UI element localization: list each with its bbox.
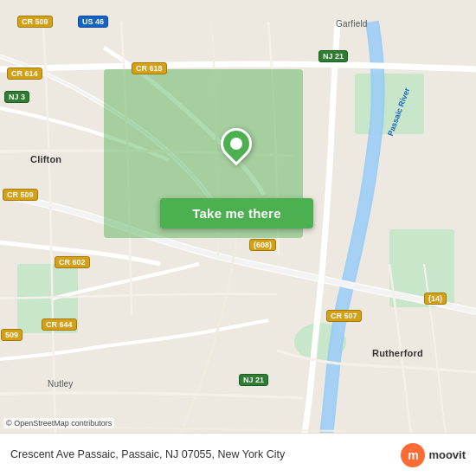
bottom-bar: Crescent Ave Passaic, Passaic, NJ 07055,… (0, 433, 476, 476)
take-me-there-button[interactable]: Take me there (160, 198, 313, 228)
osm-attribution: © OpenStreetMap contributors (3, 418, 114, 428)
moovit-icon: m (401, 443, 425, 467)
moovit-text: moovit (428, 448, 466, 461)
map-container: CR 509 US 46 NJ 3 CR 614 CR 618 NJ 21 CR… (0, 0, 476, 476)
pin-head (215, 122, 259, 166)
location-pin (221, 128, 252, 166)
moovit-logo: m moovit (401, 443, 466, 467)
osm-attribution-text: © OpenStreetMap contributors (6, 419, 112, 428)
pin-inner-circle (230, 138, 242, 150)
svg-rect-1 (355, 74, 424, 134)
address-label: Crescent Ave Passaic, Passaic, NJ 07055,… (10, 447, 401, 461)
